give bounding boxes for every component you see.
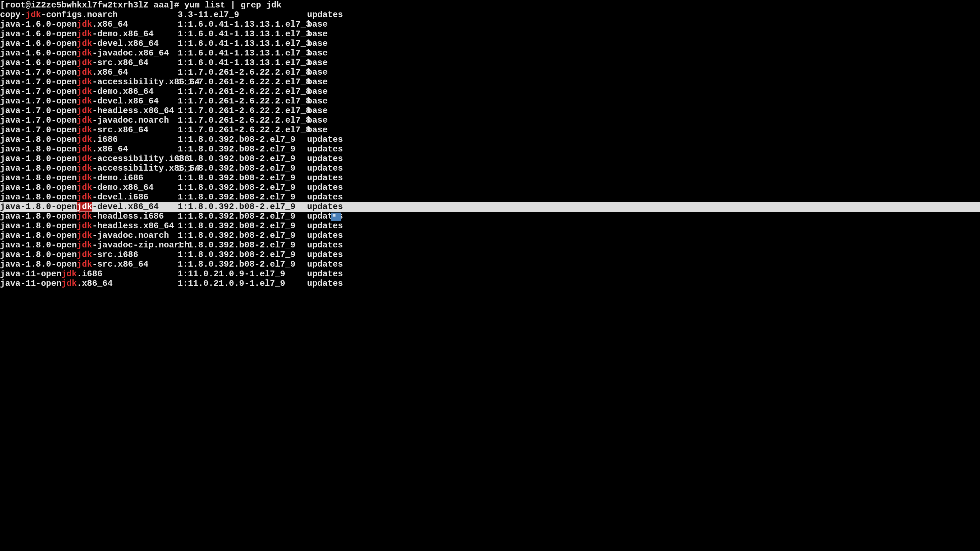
package-version: 1:11.0.21.0.9-1.el7_9 bbox=[178, 279, 307, 289]
pkg-pre: java-11-open bbox=[0, 279, 62, 288]
package-row[interactable]: java-1.7.0-openjdk-javadoc.noarch1:1.7.0… bbox=[0, 116, 980, 126]
package-row[interactable]: java-1.7.0-openjdk-devel.x86_641:1.7.0.2… bbox=[0, 97, 980, 106]
pkg-pre: java-1.8.0-open bbox=[0, 192, 77, 202]
package-repo: base bbox=[307, 116, 328, 126]
pkg-post: -headless.i686 bbox=[92, 212, 164, 221]
package-repo: updates bbox=[307, 231, 343, 240]
grep-match: jdk bbox=[62, 269, 77, 279]
pkg-post: -demo.x86_64 bbox=[92, 87, 154, 96]
package-name: java-1.8.0-openjdk-demo.i686 bbox=[0, 174, 178, 183]
pkg-pre: copy- bbox=[0, 10, 25, 19]
package-name: java-11-openjdk.x86_64 bbox=[0, 279, 178, 289]
grep-match: jdk bbox=[77, 212, 92, 221]
package-row[interactable]: java-1.7.0-openjdk-demo.x86_641:1.7.0.26… bbox=[0, 87, 980, 97]
package-version: 1:1.8.0.392.b08-2.el7_9 bbox=[178, 174, 307, 183]
package-name: java-1.7.0-openjdk-devel.x86_64 bbox=[0, 97, 178, 106]
package-row[interactable]: java-1.6.0-openjdk-devel.x86_641:1.6.0.4… bbox=[0, 39, 980, 49]
package-repo: updates bbox=[307, 174, 343, 183]
pkg-post: .i686 bbox=[92, 135, 118, 144]
grep-match: jdk bbox=[62, 279, 77, 288]
package-repo: updates bbox=[307, 221, 343, 231]
pkg-pre: java-1.8.0-open bbox=[0, 221, 77, 231]
package-version: 1:1.8.0.392.b08-2.el7_9 bbox=[178, 183, 307, 193]
package-row[interactable]: java-1.6.0-openjdk-src.x86_641:1.6.0.41-… bbox=[0, 58, 980, 68]
package-row[interactable]: java-1.8.0-openjdk.x86_641:1.8.0.392.b08… bbox=[0, 145, 980, 154]
grep-match: jdk bbox=[77, 221, 92, 231]
pkg-pre: java-1.7.0-open bbox=[0, 125, 77, 135]
package-version: 1:11.0.21.0.9-1.el7_9 bbox=[178, 269, 307, 279]
grep-match: jdk bbox=[77, 77, 92, 87]
pkg-pre: java-1.8.0-open bbox=[0, 164, 77, 173]
package-row[interactable]: java-1.8.0-openjdk-demo.i6861:1.8.0.392.… bbox=[0, 174, 980, 183]
grep-match: jdk bbox=[77, 192, 92, 202]
package-row[interactable]: java-1.7.0-openjdk-headless.x86_641:1.7.… bbox=[0, 106, 980, 116]
package-version: 1:1.8.0.392.b08-2.el7_9 bbox=[178, 260, 307, 269]
package-name: java-1.7.0-openjdk-javadoc.noarch bbox=[0, 116, 178, 126]
cursor-icon: ≡ bbox=[331, 213, 341, 221]
package-row[interactable]: java-1.8.0-openjdk-javadoc-zip.noarch1:1… bbox=[0, 240, 980, 250]
pkg-post: .x86_64 bbox=[77, 279, 113, 288]
package-row[interactable]: java-11-openjdk.i6861:11.0.21.0.9-1.el7_… bbox=[0, 269, 980, 279]
grep-match: jdk bbox=[77, 183, 92, 192]
package-version: 1:1.8.0.392.b08-2.el7_9 bbox=[178, 221, 307, 231]
pkg-pre: java-1.7.0-open bbox=[0, 116, 77, 125]
pkg-pre: java-1.8.0-open bbox=[0, 154, 77, 164]
package-name: java-1.8.0-openjdk-src.i686 bbox=[0, 250, 178, 260]
grep-match: jdk bbox=[25, 10, 41, 19]
pkg-pre: java-1.7.0-open bbox=[0, 96, 77, 106]
package-row[interactable]: java-1.8.0-openjdk-demo.x86_641:1.8.0.39… bbox=[0, 183, 980, 193]
package-version: 1:1.8.0.392.b08-2.el7_9 bbox=[178, 193, 307, 202]
package-version: 1:1.8.0.392.b08-2.el7_9 bbox=[178, 145, 307, 154]
package-row[interactable]: java-1.6.0-openjdk-javadoc.x86_641:1.6.0… bbox=[0, 49, 980, 58]
terminal[interactable]: [root@iZ2ze5bwhkxl7fw2txrh3lZ aaa]# yum … bbox=[0, 0, 980, 289]
package-row[interactable]: copy-jdk-configs.noarch3.3-11.el7_9updat… bbox=[0, 10, 980, 20]
pkg-pre: java-1.8.0-open bbox=[0, 250, 77, 260]
pkg-pre: java-1.7.0-open bbox=[0, 87, 77, 96]
pkg-post: -configs.noarch bbox=[41, 10, 118, 19]
package-row[interactable]: java-1.8.0-openjdk-devel.i6861:1.8.0.392… bbox=[0, 193, 980, 202]
package-row[interactable]: java-1.6.0-openjdk.x86_641:1.6.0.41-1.13… bbox=[0, 20, 980, 30]
package-repo: base bbox=[307, 39, 328, 49]
grep-match: jdk bbox=[77, 173, 92, 183]
package-name: java-1.8.0-openjdk-javadoc.noarch bbox=[0, 231, 178, 240]
package-name: java-1.7.0-openjdk-headless.x86_64 bbox=[0, 106, 178, 116]
package-row[interactable]: java-1.7.0-openjdk-accessibility.x86_641… bbox=[0, 78, 980, 87]
package-name: java-1.6.0-openjdk-demo.x86_64 bbox=[0, 30, 178, 39]
package-version: 1:1.7.0.261-2.6.22.2.el7_8 bbox=[178, 116, 307, 126]
pkg-pre: java-1.8.0-open bbox=[0, 135, 77, 144]
package-row[interactable]: java-1.8.0-openjdk-headless.i6861:1.8.0.… bbox=[0, 212, 980, 221]
package-repo: updates bbox=[307, 135, 343, 145]
package-row[interactable]: java-1.6.0-openjdk-demo.x86_641:1.6.0.41… bbox=[0, 30, 980, 39]
package-row[interactable]: java-1.8.0-openjdk.i6861:1.8.0.392.b08-2… bbox=[0, 135, 980, 145]
package-list: copy-jdk-configs.noarch3.3-11.el7_9updat… bbox=[0, 10, 980, 289]
package-row[interactable]: java-1.7.0-openjdk-src.x86_641:1.7.0.261… bbox=[0, 126, 980, 135]
package-name: java-1.8.0-openjdk-demo.x86_64 bbox=[0, 183, 178, 193]
package-version: 1:1.8.0.392.b08-2.el7_9 bbox=[178, 250, 307, 260]
package-version: 1:1.6.0.41-1.13.13.1.el7_3 bbox=[178, 49, 307, 58]
package-row[interactable]: java-11-openjdk.x86_641:11.0.21.0.9-1.el… bbox=[0, 279, 980, 289]
pkg-pre: java-1.7.0-open bbox=[0, 77, 77, 87]
package-row[interactable]: java-1.8.0-openjdk-javadoc.noarch1:1.8.0… bbox=[0, 231, 980, 240]
package-repo: base bbox=[307, 20, 328, 30]
package-repo: base bbox=[307, 126, 328, 135]
package-row[interactable]: java-1.8.0-openjdk-headless.x86_641:1.8.… bbox=[0, 221, 980, 231]
pkg-pre: java-1.6.0-open bbox=[0, 58, 77, 67]
package-version: 1:1.6.0.41-1.13.13.1.el7_3 bbox=[178, 30, 307, 39]
package-version: 1:1.7.0.261-2.6.22.2.el7_8 bbox=[178, 87, 307, 97]
pkg-post: -demo.x86_64 bbox=[92, 183, 154, 192]
package-row[interactable]: java-1.8.0-openjdk-accessibility.x86_641… bbox=[0, 164, 980, 174]
package-row[interactable]: java-1.7.0-openjdk.x86_641:1.7.0.261-2.6… bbox=[0, 68, 980, 78]
package-row[interactable]: java-1.8.0-openjdk-src.x86_641:1.8.0.392… bbox=[0, 260, 980, 269]
package-name: java-1.8.0-openjdk-src.x86_64 bbox=[0, 260, 178, 269]
package-row[interactable]: java-1.8.0-openjdk-devel.x86_641:1.8.0.3… bbox=[0, 202, 980, 212]
pkg-pre: java-1.8.0-open bbox=[0, 144, 77, 154]
package-repo: base bbox=[307, 78, 328, 87]
pkg-post: -src.x86_64 bbox=[92, 125, 148, 135]
package-row[interactable]: java-1.8.0-openjdk-src.i6861:1.8.0.392.b… bbox=[0, 250, 980, 260]
grep-match: jdk bbox=[77, 231, 92, 240]
pkg-post: -src.x86_64 bbox=[92, 58, 148, 67]
package-row[interactable]: java-1.8.0-openjdk-accessibility.i6861:1… bbox=[0, 154, 980, 164]
grep-match: jdk bbox=[77, 87, 92, 96]
pkg-pre: java-1.8.0-open bbox=[0, 240, 77, 250]
package-name: java-11-openjdk.i686 bbox=[0, 269, 178, 279]
